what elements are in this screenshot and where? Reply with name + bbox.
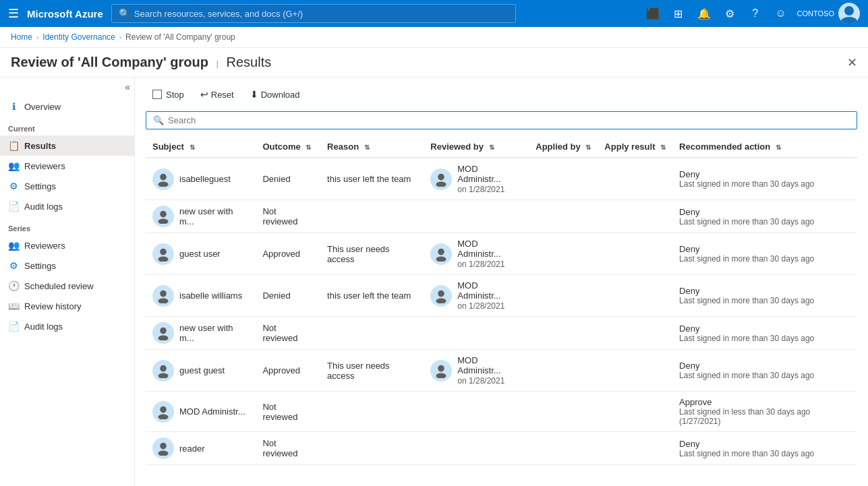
reviewed-by-cell-container: MOD Administr... on 1/28/2021 [424, 233, 529, 275]
sidebar-item-scheduled-review[interactable]: 🕐 Scheduled review [0, 276, 134, 296]
subject-avatar [152, 322, 174, 344]
subject-cell: isabelleguest [146, 158, 256, 200]
col-apply-result: Apply result ⇅ [598, 136, 672, 158]
svg-point-9 [158, 256, 168, 262]
reviewed-by-cell-container [424, 200, 529, 233]
feedback-icon[interactable]: ☺ [772, 4, 790, 23]
directory-icon[interactable]: ⊞ [669, 4, 688, 23]
table-search-bar[interactable]: 🔍 [146, 111, 857, 129]
reason-cell [320, 392, 424, 432]
stop-button[interactable]: Stop [146, 86, 191, 103]
reason-cell: This user needs access [320, 350, 424, 392]
svg-point-19 [158, 373, 168, 378]
svg-point-8 [160, 248, 167, 255]
apply-result-cell [598, 317, 672, 350]
global-search[interactable]: 🔍 [111, 4, 516, 23]
page-title-sep: | [216, 59, 221, 69]
recommended-cell: Deny Last signed in more than 30 days ag… [672, 317, 857, 350]
results-table: Subject ⇅ Outcome ⇅ Reason ⇅ Reviewed [146, 136, 857, 465]
outcome-cell: Not reviewed [256, 317, 320, 350]
settings-series-icon: ⚙ [8, 260, 19, 271]
sidebar-item-audit-logs[interactable]: 📄 Audit logs [0, 196, 134, 216]
reviewed-by-cell-container: MOD Administr... on 1/28/2021 [424, 350, 529, 392]
apply-result-cell [598, 350, 672, 392]
sidebar-item-review-history[interactable]: 📖 Review history [0, 296, 134, 316]
applied-by-cell [529, 432, 598, 465]
download-button[interactable]: ⬇ Download [243, 86, 307, 103]
applied-by-cell [529, 275, 598, 317]
sidebar-item-audit-logs-series[interactable]: 📄 Audit logs [0, 316, 134, 336]
applied-by-cell [529, 317, 598, 350]
subject-name: isabelleguest [179, 174, 231, 184]
sidebar-item-overview-label: Overview [24, 102, 61, 112]
search-input[interactable] [134, 9, 509, 19]
user-avatar-container[interactable]: CONTOSO [797, 3, 860, 24]
sidebar-collapse-button[interactable]: « [125, 82, 130, 92]
sidebar-item-scheduled-label: Scheduled review [24, 281, 94, 291]
apply-result-cell [598, 392, 672, 432]
svg-point-21 [436, 373, 446, 378]
svg-point-15 [436, 298, 446, 303]
svg-point-25 [158, 450, 168, 456]
sidebar-item-settings[interactable]: ⚙ Settings [0, 176, 134, 196]
breadcrumb: Home › Identity Governance › Review of '… [0, 27, 868, 48]
recommended-cell: Deny Last signed in more than 30 days ag… [672, 432, 857, 465]
sidebar-item-settings-series[interactable]: ⚙ Settings [0, 255, 134, 276]
reset-button[interactable]: ↩ Reset [194, 86, 241, 103]
subject-avatar [152, 401, 174, 423]
applied-by-cell [529, 233, 598, 275]
outcome-cell: Approved [256, 350, 320, 392]
subject-cell: new user with m... [146, 200, 256, 233]
sidebar-item-reviewers-series-label: Reviewers [24, 241, 65, 251]
reviewer-avatar [430, 243, 452, 265]
reason-cell [320, 317, 424, 350]
svg-point-4 [438, 173, 444, 180]
cloud-shell-icon[interactable]: ⬛ [643, 4, 662, 23]
recommended-reason: Last signed in more than 30 days ago [679, 334, 850, 343]
notifications-icon[interactable]: 🔔 [695, 4, 714, 23]
sidebar-item-results-label: Results [24, 141, 56, 151]
stop-label: Stop [166, 90, 184, 100]
table-search-input[interactable] [168, 115, 850, 125]
sort-icon-apply-result[interactable]: ⇅ [660, 144, 666, 151]
reviewer-avatar [430, 360, 452, 382]
sidebar-item-history-label: Review history [24, 301, 82, 311]
page-title-group: Review of 'All Company' group | Results [11, 55, 271, 70]
breadcrumb-identity-governance[interactable]: Identity Governance [42, 32, 115, 42]
table-row: reader Not reviewed Deny Last signed in … [146, 432, 857, 465]
applied-by-cell [529, 158, 598, 200]
sort-icon-reviewed[interactable]: ⇅ [489, 144, 494, 151]
help-icon[interactable]: ? [746, 4, 765, 23]
subject-user-cell: reader [152, 437, 249, 459]
reviewer-info: MOD Administr... on 1/28/2021 [457, 280, 522, 311]
table-search-icon: 🔍 [153, 115, 164, 125]
recommended-cell: Deny Last signed in more than 30 days ag… [672, 200, 857, 233]
svg-point-0 [844, 6, 854, 16]
sort-icon-recommended[interactable]: ⇅ [776, 144, 781, 151]
close-button[interactable]: ✕ [847, 55, 857, 70]
sidebar-item-reviewers[interactable]: 👥 Reviewers [0, 156, 134, 176]
recommended-action: Deny [679, 169, 850, 179]
settings-icon[interactable]: ⚙ [720, 4, 739, 23]
sort-icon-subject[interactable]: ⇅ [190, 144, 195, 151]
sidebar-item-reviewers-series[interactable]: 👥 Reviewers [0, 235, 134, 255]
user-avatar [838, 3, 860, 24]
recommended-reason: Last signed in more than 30 days ago [679, 254, 850, 264]
audit-series-icon: 📄 [8, 321, 19, 332]
reviewers-series-icon: 👥 [8, 240, 19, 251]
hamburger-menu[interactable]: ☰ [8, 6, 19, 21]
sidebar-item-results[interactable]: 📋 Results [0, 135, 134, 156]
sort-icon-applied[interactable]: ⇅ [585, 144, 591, 151]
subject-name: isabelle williams [179, 291, 242, 301]
reason-cell [320, 200, 424, 233]
sort-icon-reason[interactable]: ⇅ [364, 144, 370, 151]
apply-result-cell [598, 233, 672, 275]
history-icon: 📖 [8, 301, 19, 311]
breadcrumb-home[interactable]: Home [11, 32, 32, 42]
search-icon: 🔍 [119, 8, 130, 19]
sort-icon-outcome[interactable]: ⇅ [306, 144, 311, 151]
tenant-label: CONTOSO [797, 9, 834, 18]
sidebar-item-overview[interactable]: ℹ Overview [0, 96, 134, 117]
reviewer-name: MOD Administr... [457, 280, 522, 301]
results-icon: 📋 [8, 140, 19, 151]
